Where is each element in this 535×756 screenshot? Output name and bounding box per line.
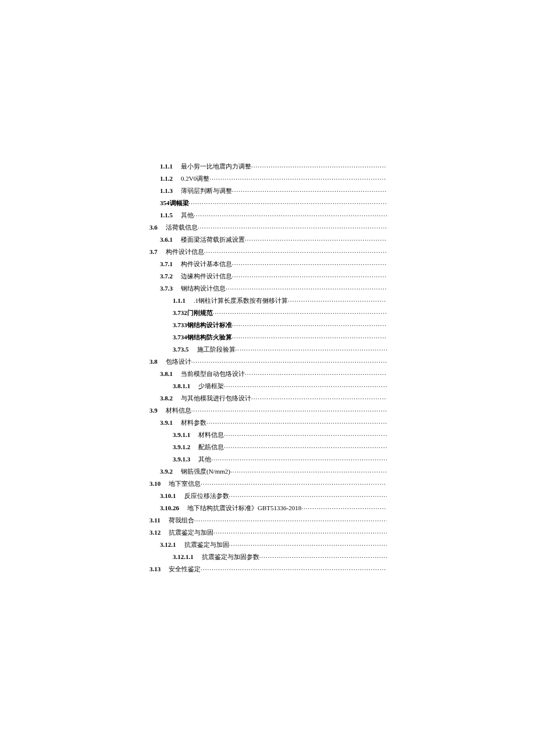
toc-number: 3.10.1 <box>160 493 176 499</box>
toc-title: 材料参数 <box>181 420 206 426</box>
toc-entry: 3.9.1.3其他 <box>149 455 387 461</box>
toc-leader-dots <box>224 431 387 437</box>
toc-title: 施工阶段验算 <box>197 346 236 353</box>
toc-number: 1.1.2 <box>160 175 173 182</box>
toc-number: 3.9.1.3 <box>173 456 190 463</box>
toc-title: 与其他模我进行包络设计 <box>181 395 251 402</box>
toc-title: 3.732门刚规范 <box>173 310 213 316</box>
toc-title: 抗震鉴定与加固 <box>169 529 213 536</box>
toc-leader-dots <box>232 187 387 193</box>
toc-title: 抗震鉴定与加固参数 <box>202 554 259 560</box>
toc-entry: 3.10地下室信息 <box>149 479 387 486</box>
toc-number: 3.73.5 <box>173 346 189 353</box>
toc-leader-dots <box>191 406 387 413</box>
toc-leader-dots <box>226 284 387 291</box>
toc-leader-dots <box>245 235 387 242</box>
toc-leader-dots <box>209 174 387 181</box>
toc-entry: 3.7.1构件设计基本信息 <box>149 260 387 266</box>
toc-leader-dots <box>245 370 387 376</box>
toc-entry: 3.6.1楼面梁活荷载折减设置 <box>149 235 387 242</box>
toc-entry: 3.73.5施工阶段验算 <box>149 345 387 352</box>
toc-entry: 3.7构件设计信息 <box>149 248 387 254</box>
toc-number: 1.1.1 <box>173 298 186 304</box>
toc-leader-dots <box>251 394 387 400</box>
toc-number: 3.9.2 <box>160 468 173 475</box>
toc-entry: 3.13安全性鉴定 <box>149 565 387 571</box>
toc-entry: 3.9.2钢筋强度(N/mm2) <box>149 467 387 474</box>
toc-entry: 3.9.1.1材料信息 <box>149 431 387 437</box>
toc-title: 钢筋强度(N/mm2) <box>181 468 230 475</box>
toc-number: 3.12.1 <box>160 542 176 548</box>
toc-number: 3.7.3 <box>160 285 173 292</box>
toc-number: 3.9.1 <box>160 420 173 426</box>
toc-title: 荷我组合 <box>169 517 194 524</box>
toc-title: 构件设计基本信息 <box>181 261 232 267</box>
toc-title: 包络设计 <box>166 359 191 365</box>
toc-entry: 3.8包络设计 <box>149 357 387 364</box>
toc-leader-dots <box>206 418 387 425</box>
toc-number: 1.1.3 <box>160 188 173 194</box>
toc-title: .1钢柱计算长度系数按有侧移计算 <box>194 298 288 304</box>
toc-title: 3.733钢结构设计标准 <box>173 322 232 328</box>
toc-leader-dots <box>229 540 387 547</box>
toc-title: 薄弱层判断与调整 <box>181 188 232 194</box>
toc-leader-dots <box>191 357 387 364</box>
toc-title: 活荷载信息 <box>166 224 198 231</box>
toc-entry: 3.8.1.1少墙框架 <box>149 382 387 388</box>
toc-number: 3.9.1.2 <box>173 444 190 450</box>
toc-entry: 3.733钢结构设计标准 <box>149 321 387 327</box>
toc-entry: 3.11荷我组合 <box>149 516 387 522</box>
toc-entry: 3.734钢结构防火验算 <box>149 333 387 339</box>
toc-title: 抗震鉴定与加固 <box>184 542 229 548</box>
toc-number: 3.13 <box>149 566 160 572</box>
toc-entry: 3.8.2与其他模我进行包络设计 <box>149 394 387 400</box>
toc-number: 3.12.1.1 <box>173 554 194 560</box>
toc-number: 3.9 <box>149 407 158 414</box>
toc-leader-dots <box>236 345 387 352</box>
toc-title: 配筋信息 <box>198 444 224 450</box>
toc-leader-dots <box>229 492 387 498</box>
toc-leader-dots <box>198 223 387 230</box>
toc-entry: 3.12.1抗震鉴定与加固 <box>149 540 387 547</box>
toc-title: 3.734钢结构防火验算 <box>173 334 232 341</box>
toc-leader-dots <box>194 516 387 522</box>
toc-title: 构件设计信息 <box>166 249 204 255</box>
toc-leader-dots <box>232 333 387 339</box>
toc-entry: 3.10.1反应位移法参数 <box>149 492 387 498</box>
toc-title: 地下室信息 <box>169 481 201 487</box>
toc-number: 3.6 <box>149 224 158 231</box>
toc-number: 3.12 <box>149 529 160 536</box>
toc-leader-dots <box>232 272 387 278</box>
toc-entry: 1.1.1.1钢柱计算长度系数按有侧移计算 <box>149 296 387 303</box>
toc-entry: 354调幅梁 <box>149 199 387 205</box>
toc-entry: 1.1.5其他 <box>149 211 387 217</box>
toc-leader-dots <box>213 309 387 315</box>
toc-entry: 3.10.26地下结构抗震设计标准》GBT51336-2018 <box>149 504 387 510</box>
toc-number: 3.8.1 <box>160 371 173 377</box>
toc-number: 3.10 <box>149 481 160 487</box>
toc-number: 3.11 <box>149 517 160 524</box>
toc-title: 0.2V0调整 <box>181 175 209 182</box>
toc-title: 当前模型自动包络设计 <box>181 371 245 377</box>
toc-title: 少墙框架 <box>198 383 224 389</box>
toc-leader-dots <box>230 467 387 474</box>
toc-container: 1.1.1最小剪一比地震内力调整1.1.20.2V0调整1.1.3薄弱层判断与调… <box>149 162 387 577</box>
toc-entry: 3.8.1当前模型自动包络设计 <box>149 370 387 376</box>
toc-title: 最小剪一比地震内力调整 <box>181 163 251 170</box>
toc-number: 3.8.1.1 <box>173 383 190 389</box>
toc-leader-dots <box>213 528 387 535</box>
toc-number: 3.7.2 <box>160 273 173 280</box>
toc-leader-dots <box>189 199 387 205</box>
toc-entry: 3.7.3钢结构设计信息 <box>149 284 387 291</box>
toc-entry: 1.1.20.2V0调整 <box>149 174 387 181</box>
toc-title: 安全性鉴定 <box>169 566 201 572</box>
toc-title: 其他 <box>181 212 194 218</box>
toc-number: 3.6.1 <box>160 237 173 243</box>
toc-number: 3.9.1.1 <box>173 432 190 438</box>
toc-leader-dots <box>201 565 387 571</box>
toc-leader-dots <box>211 455 387 461</box>
toc-entry: 3.6活荷载信息 <box>149 223 387 230</box>
toc-leader-dots <box>301 504 387 510</box>
toc-leader-dots <box>194 211 387 217</box>
toc-leader-dots <box>288 296 387 303</box>
